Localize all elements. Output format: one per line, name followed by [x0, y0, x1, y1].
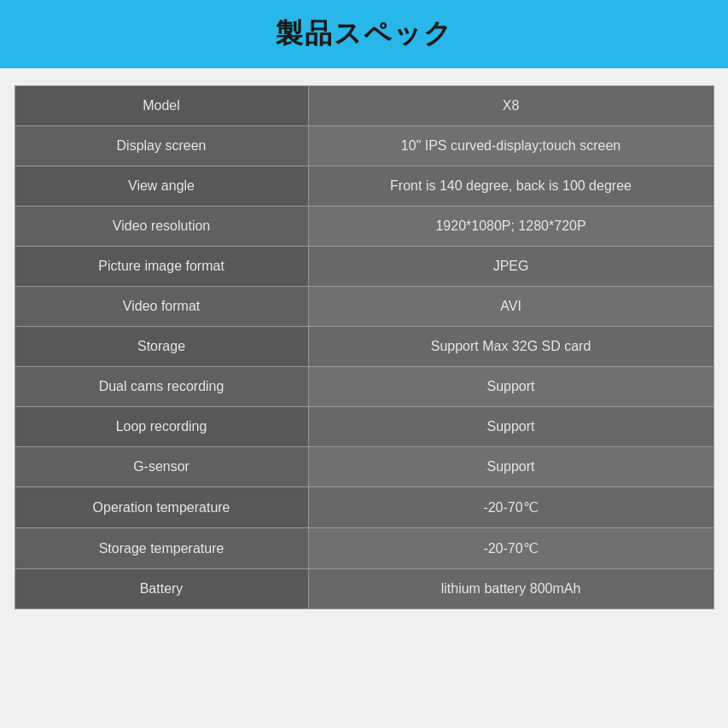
- row-value: 1920*1080P; 1280*720P: [308, 207, 713, 247]
- table-row: Video resolution1920*1080P; 1280*720P: [15, 207, 713, 247]
- row-value: JPEG: [308, 247, 713, 287]
- page-wrapper: 製品スペック ModelX8Display screen10" IPS curv…: [0, 0, 728, 728]
- row-value: Front is 140 degree, back is 100 degree: [308, 166, 713, 207]
- table-row: View angleFront is 140 degree, back is 1…: [15, 166, 713, 207]
- row-value: -20-70℃: [308, 528, 713, 569]
- row-label: View angle: [15, 166, 309, 207]
- row-value: -20-70℃: [308, 487, 713, 528]
- row-value: Support Max 32G SD card: [308, 327, 713, 367]
- table-row: Display screen10" IPS curved-display;tou…: [15, 126, 713, 166]
- spec-table-wrapper: ModelX8Display screen10" IPS curved-disp…: [15, 85, 714, 609]
- row-label: Dual cams recording: [15, 367, 309, 407]
- table-row: ModelX8: [15, 86, 713, 126]
- row-label: Operation temperature: [15, 487, 309, 528]
- row-label: Picture image format: [15, 247, 309, 287]
- table-row: StorageSupport Max 32G SD card: [15, 327, 713, 367]
- table-row: Video formatAVI: [15, 287, 713, 327]
- spec-table: ModelX8Display screen10" IPS curved-disp…: [15, 86, 713, 609]
- row-value: AVI: [308, 287, 713, 327]
- table-row: Picture image formatJPEG: [15, 247, 713, 287]
- row-label: Model: [15, 86, 309, 126]
- row-value: lithium battery 800mAh: [308, 569, 713, 609]
- row-value: 10" IPS curved-display;touch screen: [308, 126, 713, 166]
- table-row: Loop recordingSupport: [15, 407, 713, 447]
- table-row: Storage temperature-20-70℃: [15, 528, 713, 569]
- row-label: Loop recording: [15, 407, 309, 447]
- header-banner: 製品スペック: [0, 0, 728, 68]
- page-title: 製品スペック: [276, 18, 453, 49]
- row-label: Battery: [15, 569, 309, 609]
- row-label: Video format: [15, 287, 309, 327]
- table-row: Operation temperature-20-70℃: [15, 487, 713, 528]
- row-value: X8: [308, 86, 713, 126]
- row-value: Support: [308, 367, 713, 407]
- table-row: Batterylithium battery 800mAh: [15, 569, 713, 609]
- table-row: Dual cams recordingSupport: [15, 367, 713, 407]
- row-label: Storage: [15, 327, 309, 367]
- row-label: Display screen: [15, 126, 309, 166]
- row-label: Storage temperature: [15, 528, 309, 569]
- row-label: G-sensor: [15, 447, 309, 487]
- table-row: G-sensorSupport: [15, 447, 713, 487]
- row-label: Video resolution: [15, 207, 309, 247]
- row-value: Support: [308, 407, 713, 447]
- row-value: Support: [308, 447, 713, 487]
